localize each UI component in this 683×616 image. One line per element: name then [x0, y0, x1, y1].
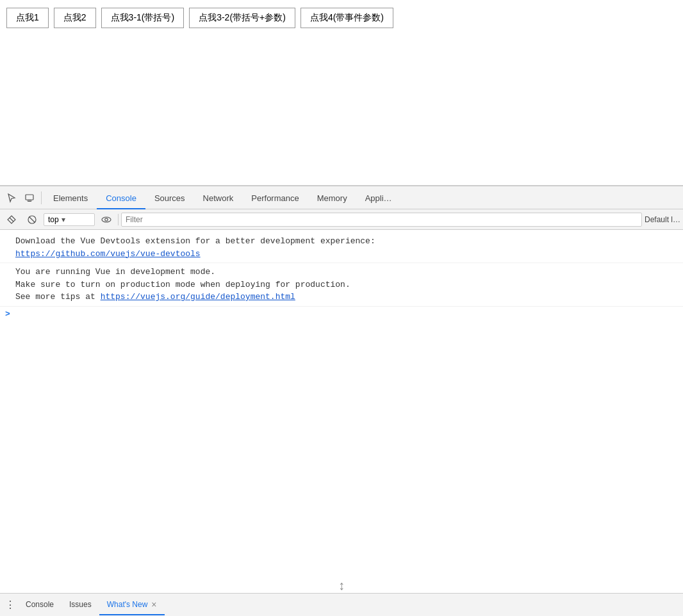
console-message-2: You are running Vue in development mode.… [0, 263, 683, 307]
svg-rect-1 [28, 200, 31, 202]
svg-rect-0 [26, 195, 33, 200]
drawer-tab-whatsnew-label: What's New [107, 600, 148, 609]
drawer-tab-console[interactable]: Console [18, 595, 62, 615]
console-content: Download the Vue Devtools extension for … [0, 230, 683, 593]
console-filter-input[interactable] [121, 213, 642, 227]
device-icon-btn[interactable] [21, 189, 38, 207]
console-toolbar: top ▾ Default l… [0, 209, 683, 230]
tab-memory[interactable]: Memory [308, 189, 356, 209]
console-message-2-line2: Make sure to turn on production mode whe… [15, 280, 350, 289]
devtools-tabs: Elements Console Sources Network Perform… [44, 186, 680, 209]
devtools-topbar: Elements Console Sources Network Perform… [0, 186, 683, 209]
btn-1[interactable]: 点我1 [6, 8, 49, 28]
cursor-icon-btn[interactable] [3, 189, 21, 207]
drawer-menu-btn[interactable]: ⋮ [3, 597, 18, 613]
default-levels-label: Default l… [645, 215, 680, 224]
console-message-1: Download the Vue Devtools extension for … [0, 232, 683, 263]
btn-3-1[interactable]: 点我3-1(带括号) [101, 8, 185, 28]
button-row: 点我1 点我2 点我3-1(带括号) 点我3-2(带括号+参数) 点我4(带事件… [6, 8, 677, 28]
prompt-chevron: > [5, 309, 10, 319]
console-message-1-prefix: Download the Vue Devtools extension for … [15, 236, 375, 246]
console-message-2-link[interactable]: https://vuejs.org/guide/deployment.html [101, 292, 295, 302]
console-message-1-link[interactable]: https://github.com/vuejs/vue-devtools [15, 249, 201, 259]
eye-icon-btn[interactable] [97, 211, 115, 229]
console-prompt: > [0, 307, 683, 321]
block-icon-btn[interactable] [23, 211, 41, 229]
btn-4[interactable]: 点我4(带事件参数) [300, 8, 393, 28]
clear-console-btn[interactable] [3, 211, 21, 229]
tab-network[interactable]: Network [194, 189, 243, 209]
page-area: 点我1 点我2 点我3-1(带括号) 点我3-2(带括号+参数) 点我4(带事件… [0, 0, 683, 186]
svg-point-7 [105, 218, 108, 220]
tab-sources[interactable]: Sources [145, 189, 194, 209]
console-message-2-line1: You are running Vue in development mode. [15, 267, 215, 277]
console-context-select[interactable]: top ▾ [44, 213, 95, 226]
toolbar-separator [41, 191, 42, 204]
btn-3-2[interactable]: 点我3-2(带括号+参数) [189, 8, 295, 28]
drawer-tab-close-icon[interactable]: × [151, 599, 156, 610]
tab-elements[interactable]: Elements [44, 189, 97, 209]
svg-line-3 [10, 218, 13, 222]
svg-line-5 [29, 216, 35, 222]
console-message-2-line3: See more tips at [15, 292, 101, 302]
drawer-tab-issues[interactable]: Issues [62, 595, 99, 615]
resize-handle[interactable]: ↕ [338, 578, 345, 593]
tab-console[interactable]: Console [97, 189, 145, 209]
console-context-value: top [48, 215, 59, 224]
chevron-down-icon: ▾ [62, 215, 65, 224]
btn-2[interactable]: 点我2 [54, 8, 96, 28]
tab-application[interactable]: Appli… [356, 189, 401, 209]
filter-separator [118, 214, 119, 225]
drawer-tab-whatsnew[interactable]: What's New × [99, 595, 165, 615]
bottom-drawer: ⋮ Console Issues What's New × [0, 593, 683, 616]
tab-performance[interactable]: Performance [242, 189, 308, 209]
devtools-panel: Elements Console Sources Network Perform… [0, 186, 683, 616]
